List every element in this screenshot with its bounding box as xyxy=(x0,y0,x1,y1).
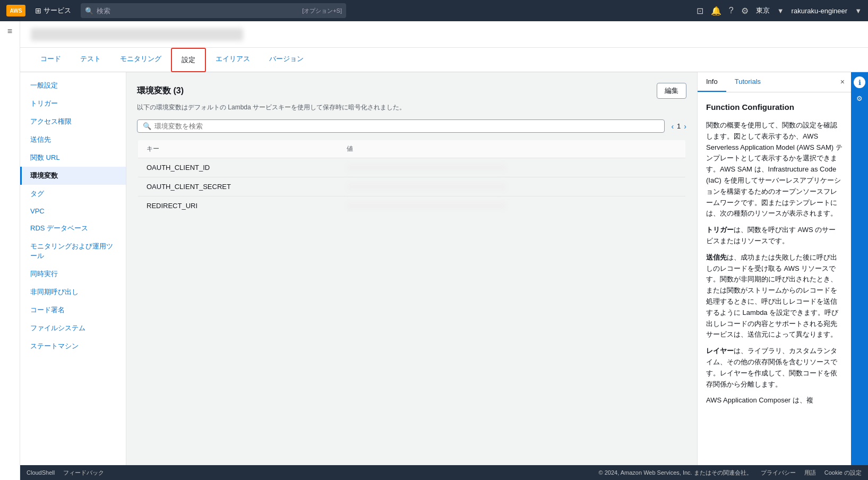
search-bar-top[interactable]: 🔍 [オプション+S] xyxy=(81,3,346,18)
section-header: 環境変数 (3) 編集 xyxy=(137,83,686,99)
trigger-bold: トリガー xyxy=(706,226,734,234)
region-selector[interactable]: 東京 xyxy=(756,6,770,15)
aws-logo-text: AWS xyxy=(10,8,22,14)
close-button[interactable]: × xyxy=(834,72,851,92)
sidebar-item-envvars[interactable]: 環境変数 xyxy=(20,167,126,185)
tab-code[interactable]: コード xyxy=(31,48,71,72)
aws-logo: AWS xyxy=(6,5,25,16)
destination-rest: は、成功または失敗した後に呼び出しのレコードを受け取る AWS リソースです。関… xyxy=(706,253,838,339)
pagination: ‹ 1 › xyxy=(671,122,686,131)
info-edge-icon[interactable]: ℹ xyxy=(854,76,865,88)
search-icon-top: 🔍 xyxy=(85,7,93,15)
user-menu[interactable]: rakuraku-engineer xyxy=(792,7,848,15)
right-panel-title: Function Configuration xyxy=(706,101,843,114)
right-panel-content: Function Configuration 関数の概要を使用して、関数の設定を… xyxy=(698,92,851,465)
search-icon-env: 🔍 xyxy=(143,122,151,130)
right-edge: ℹ ⚙ xyxy=(851,72,868,465)
tab-versions[interactable]: バージョン xyxy=(260,48,313,72)
cloudshell-link[interactable]: CloudShell xyxy=(27,469,55,476)
prev-page-button[interactable]: ‹ xyxy=(671,122,674,131)
top-nav: AWS ⊞ サービス 🔍 [オプション+S] ⊡ 🔔 ? ⚙ 東京 ▼ raku… xyxy=(0,0,868,21)
env-search-input[interactable] xyxy=(154,122,659,130)
col-header-value: 値 xyxy=(338,140,686,158)
right-tab-tutorials[interactable]: Tutorials xyxy=(726,72,769,92)
hamburger-icon[interactable]: ≡ xyxy=(7,27,12,36)
env-key-1: OAUTH_CLIENT_ID xyxy=(137,158,338,177)
feedback-link[interactable]: フィードバック xyxy=(63,469,104,477)
env-table: キー 値 OAUTH_CLIENT_ID OAUTH_CLIENT_SECRET xyxy=(137,139,686,216)
right-panel-para-1: 関数の概要を使用して、関数の設定を確認します。図として表示するか、AWS Ser… xyxy=(706,120,843,219)
bell-icon[interactable]: 🔔 xyxy=(711,6,721,16)
sidebar-item-rds[interactable]: RDS データベース xyxy=(20,219,126,237)
sidebar-item-access[interactable]: アクセス権限 xyxy=(20,113,126,131)
right-panel-tabs: Info Tutorials × xyxy=(698,72,851,92)
sidebar-item-destinations[interactable]: 送信先 xyxy=(20,131,126,149)
env-search-bar[interactable]: 🔍 xyxy=(137,119,665,133)
page-header xyxy=(20,21,868,48)
search-shortcut: [オプション+S] xyxy=(302,7,342,15)
sidebar-item-statemachine[interactable]: ステートマシン xyxy=(20,337,126,355)
right-panel-para-2: トリガーは、関数を呼び出す AWS のサービスまたはリソースです。 xyxy=(706,225,843,247)
page-title-blurred xyxy=(31,28,243,41)
env-value-1 xyxy=(338,158,686,177)
section-subtitle: 以下の環境変数はデフォルトの Lambda サービスキーを使用して保存時に暗号化… xyxy=(137,103,686,112)
help-icon[interactable]: ? xyxy=(729,6,734,15)
tab-test[interactable]: テスト xyxy=(71,48,110,72)
page-number: 1 xyxy=(677,122,681,130)
right-panel-para-5: AWS Application Composer は、複 xyxy=(706,395,843,406)
settings-icon[interactable]: ⚙ xyxy=(741,6,749,16)
sidebar-item-functionurl[interactable]: 関数 URL xyxy=(20,149,126,167)
right-tab-info[interactable]: Info xyxy=(698,72,726,92)
tab-monitoring[interactable]: モニタリング xyxy=(110,48,171,72)
search-pagination-row: 🔍 ‹ 1 › xyxy=(137,119,686,133)
main-area: コード テスト モニタリング 設定 エイリアス バージョン 一般設定 トリガー … xyxy=(20,21,868,480)
settings-edge-icon[interactable]: ⚙ xyxy=(856,95,863,102)
right-panel: Info Tutorials × Function Configuration … xyxy=(697,72,851,465)
services-menu[interactable]: ⊞ サービス xyxy=(32,6,74,15)
sidebar-item-vpc[interactable]: VPC xyxy=(20,203,126,219)
sidebar-item-filesystem[interactable]: ファイルシステム xyxy=(20,319,126,337)
table-row: REDIRECT_URI xyxy=(137,196,686,216)
sidebar-item-concurrency[interactable]: 同時実行 xyxy=(20,265,126,283)
app-layout: ≡ コード テスト モニタリング 設定 エイリアス バージョン 一般設定 トリガ… xyxy=(0,21,868,480)
search-input-top[interactable] xyxy=(97,7,299,15)
right-panel-para-4: レイヤーは、ライブラリ、カスタムランタイム、その他の依存関係を含むリソースです。… xyxy=(706,346,843,390)
sidebar-item-tags[interactable]: タグ xyxy=(20,185,126,203)
table-row: OAUTH_CLIENT_ID xyxy=(137,158,686,177)
next-page-button[interactable]: › xyxy=(684,122,686,131)
tab-aliases[interactable]: エイリアス xyxy=(206,48,260,72)
destination-bold: 送信先 xyxy=(706,253,727,261)
left-sidebar: 一般設定 トリガー アクセス権限 送信先 関数 URL 環境変数 タグ VPC … xyxy=(20,72,126,465)
section-title: 環境変数 (3) xyxy=(137,85,184,97)
env-value-3 xyxy=(338,196,686,216)
layer-bold: レイヤー xyxy=(706,347,734,355)
footer: CloudShell フィードバック © 2024, Amazon Web Se… xyxy=(20,465,868,480)
sidebar-item-triggers[interactable]: トリガー xyxy=(20,95,126,113)
cookie-link[interactable]: Cookie の設定 xyxy=(824,469,862,477)
cloud-icon[interactable]: ⊡ xyxy=(697,6,703,16)
content-area: 一般設定 トリガー アクセス権限 送信先 関数 URL 環境変数 タグ VPC … xyxy=(20,72,868,465)
edit-button[interactable]: 編集 xyxy=(657,83,686,99)
env-value-2 xyxy=(338,177,686,196)
env-key-3: REDIRECT_URI xyxy=(137,196,338,216)
env-key-2: OAUTH_CLIENT_SECRET xyxy=(137,177,338,196)
sidebar-item-codesigning[interactable]: コード署名 xyxy=(20,301,126,319)
terms-link[interactable]: 用語 xyxy=(804,469,816,477)
col-header-key: キー xyxy=(137,140,338,158)
tab-bar: コード テスト モニタリング 設定 エイリアス バージョン xyxy=(20,48,868,72)
tab-settings[interactable]: 設定 xyxy=(171,48,206,72)
right-panel-para-3: 送信先は、成功または失敗した後に呼び出しのレコードを受け取る AWS リソースで… xyxy=(706,252,843,340)
nav-right: ⊡ 🔔 ? ⚙ 東京 ▼ rakuraku-engineer ▼ xyxy=(697,6,862,16)
privacy-link[interactable]: プライバシー xyxy=(761,469,796,477)
sidebar-item-async[interactable]: 非同期呼び出し xyxy=(20,283,126,301)
side-toggle: ≡ xyxy=(0,21,20,480)
sidebar-item-monitoring-tools[interactable]: モニタリングおよび運用ツール xyxy=(20,237,126,265)
table-row: OAUTH_CLIENT_SECRET xyxy=(137,177,686,196)
sidebar-item-general[interactable]: 一般設定 xyxy=(20,76,126,95)
services-label: サービス xyxy=(44,6,71,15)
copyright: © 2024, Amazon Web Services, Inc. またはその関… xyxy=(599,469,752,477)
main-panel: 環境変数 (3) 編集 以下の環境変数はデフォルトの Lambda サービスキー… xyxy=(126,72,697,465)
